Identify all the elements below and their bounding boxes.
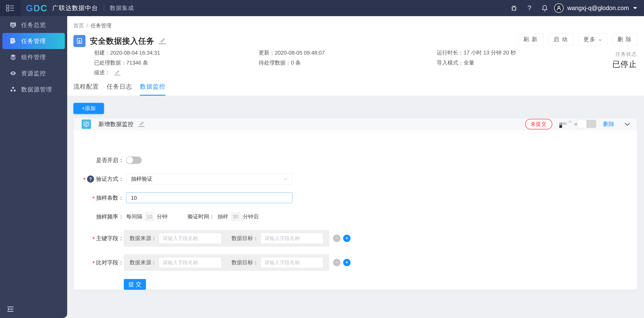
remove-compare-field-button[interactable]: −	[333, 259, 340, 266]
info-runtime: 运行时长：17 小时 13 分钟 20 秒	[437, 49, 516, 57]
delete-monitor-link[interactable]: 删除	[603, 120, 615, 128]
primary-target-input[interactable]	[261, 233, 323, 244]
sidebar-item-resource-monitor[interactable]: 资源监控	[0, 65, 67, 81]
info-import-mode: 导入模式：全量	[437, 59, 474, 67]
verify-time-minutes-input	[231, 212, 240, 221]
help-question-icon[interactable]: ?	[87, 175, 94, 183]
refresh-button[interactable]: 刷 新	[518, 33, 543, 45]
header-right-cluster: ? wangxj-q@glodon.com	[500, 3, 644, 13]
source-label: 数据来源：	[130, 235, 156, 242]
verify-time-prefix: 抽样	[218, 213, 228, 220]
app-header: GDC 广联达数据中台 数据集成 ?	[0, 0, 644, 16]
eye-icon	[10, 70, 17, 77]
edit-monitor-name-icon[interactable]	[138, 121, 145, 127]
required-mark: *	[83, 176, 86, 183]
edit-title-icon[interactable]	[159, 38, 166, 44]
task-title-row: 安全数据接入任务	[74, 35, 166, 47]
enabled-label: 是否开启：	[74, 156, 124, 164]
info-processed: 已处理数据：71346 条	[94, 59, 148, 67]
sample-count-input[interactable]	[126, 192, 292, 203]
brand-logo: GDC	[26, 3, 48, 13]
info-description: 描述：	[94, 69, 121, 76]
collapse-card-chevron-icon[interactable]	[624, 123, 630, 126]
source-label: 数据来源：	[130, 259, 156, 266]
verify-method-label: * ? 验证方式：	[74, 175, 124, 183]
sidebar-nav: 任务总览 任务管理 组件管理	[0, 16, 67, 318]
user-avatar[interactable]	[554, 3, 564, 13]
tab-process-config[interactable]: 流程配置	[74, 83, 99, 96]
info-pending: 待处理数据：0 条	[259, 59, 301, 67]
sample-freq-label: 抽样频率：	[74, 213, 124, 220]
primary-field-panel: 数据来源： 数据目标：	[124, 230, 329, 246]
task-header-panel: 首页 / 任务管理 安全数据接入任务 创建	[67, 16, 644, 96]
enable-toggle[interactable]	[126, 156, 142, 164]
layers-icon	[10, 54, 17, 61]
monitor-card-header: 新增数据监控 未提交 删除	[74, 118, 637, 130]
add-compare-field-button[interactable]: +	[343, 259, 350, 266]
target-label: 数据目标：	[232, 235, 258, 242]
sidebar-item-label: 组件管理	[21, 53, 46, 61]
sidebar-item-task-overview[interactable]: 任务总览	[0, 17, 67, 33]
sidebar-item-datasource-management[interactable]: 数据源管理	[0, 81, 67, 98]
chevron-down-icon	[598, 36, 602, 43]
breadcrumb-current: 任务管理	[91, 22, 112, 29]
datasource-icon	[10, 86, 17, 93]
notification-bell-icon[interactable]	[541, 4, 548, 12]
task-actions: 刷 新 启 动 更多 删 除	[513, 33, 637, 45]
breadcrumb-separator: /	[86, 23, 88, 29]
module-name[interactable]: 数据集成	[110, 4, 134, 12]
sidebar-item-label: 数据源管理	[21, 86, 52, 94]
sidebar-item-component-management[interactable]: 组件管理	[0, 49, 67, 65]
monitor-chart-icon	[82, 120, 91, 129]
tab-task-log[interactable]: 任务日志	[107, 83, 132, 96]
sidebar-item-label: 任务管理	[21, 37, 46, 45]
bug-icon[interactable]	[510, 4, 518, 12]
sidebar-toggle-block[interactable]	[0, 0, 20, 16]
submit-button[interactable]: 提 交	[124, 279, 146, 290]
task-edit-icon	[10, 37, 17, 45]
delete-button[interactable]: 删 除	[612, 33, 637, 45]
sidebar-collapse-icon[interactable]	[6, 306, 14, 313]
layout-menu-icon	[6, 5, 14, 12]
breadcrumb-home[interactable]: 首页	[74, 22, 84, 29]
task-status: 任务状态 已停止	[612, 51, 637, 70]
edit-description-icon[interactable]	[114, 70, 120, 75]
product-name: 广联达数据中台	[52, 4, 98, 12]
remove-primary-field-button[interactable]: −	[333, 235, 340, 242]
info-created: 创建：2020-08-04 16:34:31	[94, 49, 160, 57]
add-monitor-button[interactable]: +添加	[74, 103, 104, 114]
user-menu-caret-icon[interactable]	[633, 7, 637, 9]
breadcrumb: 首页 / 任务管理	[74, 22, 112, 29]
verify-method-select[interactable]: 抽样验证	[126, 174, 292, 184]
sidebar-item-label: 任务总览	[21, 21, 46, 29]
sidebar-item-label: 资源监控	[21, 69, 46, 77]
primary-field-label: * 主键字段：	[74, 235, 124, 242]
redacted-pixelated-region	[558, 119, 596, 130]
more-button[interactable]: 更多	[578, 33, 607, 45]
card-toggle-redacted[interactable]	[578, 120, 596, 128]
add-primary-field-button[interactable]: +	[343, 235, 350, 242]
header-divider	[104, 5, 104, 11]
user-email[interactable]: wangxj-q@glodon.com	[567, 5, 629, 12]
primary-source-input[interactable]	[159, 233, 222, 244]
status-label: 任务状态	[612, 51, 637, 58]
select-chevron-icon	[284, 178, 288, 180]
dashboard-chart-icon	[10, 21, 17, 29]
compare-source-input[interactable]	[159, 257, 222, 268]
monitor-card: 新增数据监控 未提交 删除	[74, 118, 638, 290]
info-updated: 更新：2020-08-05 09:48:07	[259, 49, 325, 57]
task-import-icon	[74, 35, 86, 47]
freq-prefix: 每间隔	[126, 213, 142, 220]
status-value: 已停止	[612, 59, 637, 70]
tab-data-monitor[interactable]: 数据监控	[140, 83, 166, 96]
status-badge-unsubmitted: 未提交	[525, 119, 552, 129]
sidebar-item-task-management[interactable]: 任务管理	[2, 33, 65, 49]
freq-minutes-input	[145, 212, 154, 221]
task-tabs: 流程配置 任务日志 数据监控	[74, 83, 173, 96]
verify-time-label: 验证时间：	[188, 213, 214, 220]
main-content: 首页 / 任务管理 安全数据接入任务 创建	[67, 16, 644, 318]
compare-target-input[interactable]	[261, 257, 323, 268]
start-button[interactable]: 启 动	[548, 33, 573, 45]
help-icon[interactable]: ?	[528, 4, 531, 12]
page-title: 安全数据接入任务	[90, 36, 154, 46]
